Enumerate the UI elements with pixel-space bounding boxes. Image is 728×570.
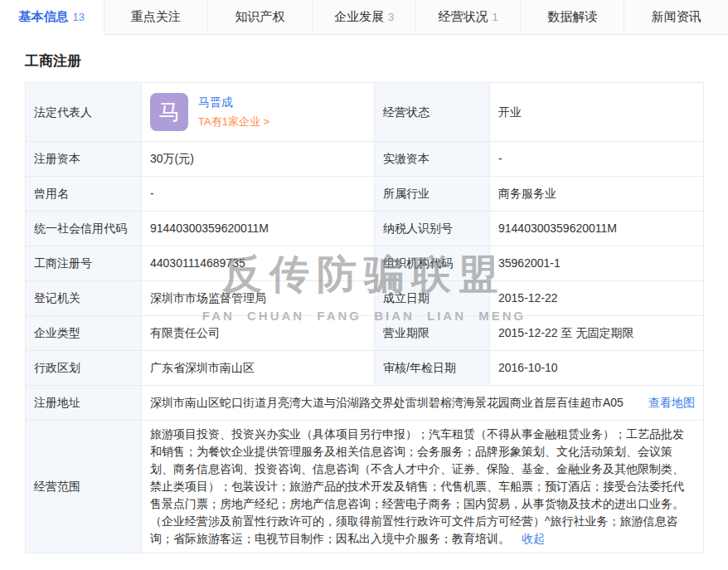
tab-count: 1 — [492, 11, 497, 23]
row-value: 440301114689735 — [142, 246, 375, 281]
status-value: 开业 — [490, 83, 704, 142]
row-label: 组织机构代码 — [375, 246, 490, 281]
address-cell: 深圳市南山区蛇口街道月亮湾大道与沿湖路交界处雷圳碧榕湾海景花园商业首层百佳超市A… — [142, 386, 704, 421]
address-label: 注册地址 — [26, 386, 142, 421]
row-label: 工商注册号 — [26, 246, 142, 281]
tab-news[interactable]: 新闻资讯 — [624, 0, 728, 35]
section-tabbar: 基本信息 13 重点关注 知识产权 企业发展 3 经营状况 1 数据解读 新闻资… — [0, 0, 728, 35]
row-value: - — [142, 177, 375, 212]
row-value: 91440300359620011M — [490, 212, 704, 246]
row-value: 2015-12-22 — [490, 281, 704, 316]
table-row: 行政区划 广东省深圳市南山区 审核/年检日期 2016-10-10 — [26, 351, 704, 386]
tab-label: 知识产权 — [235, 9, 284, 25]
collapse-link[interactable]: 收起 — [522, 532, 545, 545]
registration-table: 法定代表人 马 马晋成 TA有1家企业 > 经营状态 开业 注册资本 30万(元 — [25, 82, 704, 553]
tab-label: 新闻资讯 — [652, 9, 701, 25]
row-label: 实缴资本 — [375, 142, 490, 177]
row-value: 有限责任公司 — [142, 316, 375, 351]
row-value: 深圳市市场监督管理局 — [142, 281, 375, 316]
table-row: 曾用名 - 所属行业 商务服务业 — [26, 177, 704, 212]
tab-count: 13 — [73, 11, 85, 23]
table-row: 统一社会信用代码 91440300359620011M 纳税人识别号 91440… — [26, 212, 704, 246]
table-row: 注册地址 深圳市南山区蛇口街道月亮湾大道与沿湖路交界处雷圳碧榕湾海景花园商业首层… — [26, 386, 704, 421]
row-label: 企业类型 — [26, 316, 142, 351]
tab-count: 3 — [388, 11, 394, 23]
row-label: 成立日期 — [375, 281, 490, 316]
row-label: 登记机关 — [26, 281, 142, 316]
row-value: 2016-10-10 — [490, 351, 704, 386]
scope-cell: 旅游项目投资、投资兴办实业（具体项目另行申报）；汽车租赁（不得从事金融租赁业务）… — [142, 421, 704, 553]
avatar[interactable]: 马 — [150, 93, 188, 131]
table-row: 登记机关 深圳市市场监督管理局 成立日期 2015-12-22 — [26, 281, 704, 316]
row-value: 35962001-1 — [490, 246, 704, 281]
table-row: 经营范围 旅游项目投资、投资兴办实业（具体项目另行申报）；汽车租赁（不得从事金融… — [26, 421, 704, 553]
tab-company-development[interactable]: 企业发展 3 — [313, 0, 417, 35]
legal-rep-cell: 马 马晋成 TA有1家企业 > — [142, 83, 375, 142]
scope-value: 旅游项目投资、投资兴办实业（具体项目另行申报）；汽车租赁（不得从事金融租赁业务）… — [150, 427, 684, 545]
row-value: 广东省深圳市南山区 — [142, 351, 375, 386]
tab-intellectual-property[interactable]: 知识产权 — [208, 0, 313, 35]
row-label: 注册资本 — [26, 142, 142, 177]
tab-label: 基本信息 — [19, 9, 69, 25]
tab-key-concerns[interactable]: 重点关注 — [104, 0, 209, 35]
legal-rep-label: 法定代表人 — [26, 83, 142, 142]
tab-operating-status[interactable]: 经营状况 1 — [416, 0, 521, 35]
row-value: 商务服务业 — [490, 177, 704, 212]
table-row: 企业类型 有限责任公司 营业期限 2015-12-22 至 无固定期限 — [26, 316, 704, 351]
address-value: 深圳市南山区蛇口街道月亮湾大道与沿湖路交界处雷圳碧榕湾海景花园商业首层百佳超市A… — [150, 394, 624, 412]
tab-label: 重点关注 — [131, 9, 181, 25]
row-value: 2015-12-22 至 无固定期限 — [490, 316, 704, 351]
status-label: 经营状态 — [375, 83, 490, 142]
main-content: 工商注册 法定代表人 马 马晋成 TA有1家企业 > 经营状态 开业 — [0, 35, 728, 553]
registration-table-wrap: 法定代表人 马 马晋成 TA有1家企业 > 经营状态 开业 注册资本 30万(元 — [25, 82, 703, 553]
table-row: 注册资本 30万(元) 实缴资本 - — [26, 142, 704, 177]
tab-data-interpretation[interactable]: 数据解读 — [521, 0, 625, 35]
row-label: 曾用名 — [26, 177, 142, 212]
row-label: 行政区划 — [26, 351, 142, 386]
row-label: 所属行业 — [375, 177, 490, 212]
legal-rep-companies-link[interactable]: TA有1家企业 > — [198, 114, 269, 130]
row-label: 审核/年检日期 — [375, 351, 490, 386]
row-label: 统一社会信用代码 — [26, 212, 142, 246]
page-title: 工商注册 — [25, 51, 703, 71]
row-label: 营业期限 — [375, 316, 490, 351]
tab-basic-info[interactable]: 基本信息 13 — [0, 0, 104, 35]
tab-label: 经营状况 — [438, 9, 488, 25]
view-map-link[interactable]: 查看地图 — [632, 394, 695, 412]
legal-rep-name-link[interactable]: 马晋成 — [198, 94, 269, 111]
table-row: 工商注册号 440301114689735 组织机构代码 35962001-1 — [26, 246, 704, 281]
row-value: - — [490, 142, 704, 177]
row-value: 91440300359620011M — [142, 212, 375, 246]
table-row: 法定代表人 马 马晋成 TA有1家企业 > 经营状态 开业 — [26, 83, 704, 142]
tab-label: 数据解读 — [547, 9, 597, 25]
tab-label: 企业发展 — [334, 9, 384, 25]
row-value: 30万(元) — [142, 142, 375, 177]
scope-label: 经营范围 — [26, 421, 142, 553]
row-label: 纳税人识别号 — [375, 212, 490, 246]
